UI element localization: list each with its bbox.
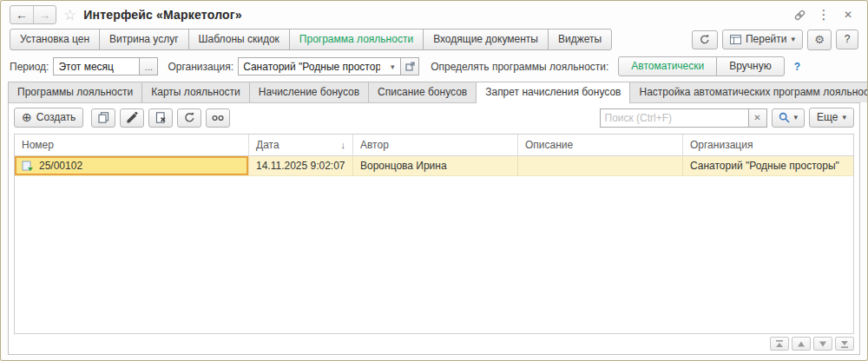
cell-date[interactable]: 14.11.2025 9:02:07 [249,156,353,176]
column-header-number[interactable]: Номер [15,135,249,156]
close-icon[interactable]: ✕ [839,6,857,23]
org-dropdown-icon[interactable]: ▾ [385,58,400,75]
tab-vitrina-uslug[interactable]: Витрина услуг [99,29,188,50]
refresh-icon [184,112,195,123]
table-empty-area[interactable] [15,176,853,333]
forward-icon: → [39,8,51,22]
search-clear-button[interactable]: ✕ [748,108,767,128]
column-label: Номер [22,139,54,151]
cell-organization[interactable]: Санаторий "Родные просторы" [683,156,853,176]
organization-value: Санаторий "Родные просторы" [690,160,839,172]
period-more-button[interactable]: ... [139,57,158,75]
table-header: Номер Дата ↓ Автор Описание Организация [15,135,853,156]
goto-label: Перейти [746,33,787,45]
create-label: Создать [36,111,76,123]
page-title: Интерфейс «Маркетолог» [83,8,242,22]
goto-button[interactable]: Перейти ▾ [722,30,803,49]
filter-bar: Период: ... Организация: ▾ Определять пр… [1,53,867,82]
column-header-date[interactable]: Дата ↓ [249,135,353,156]
clear-icon: ✕ [753,113,760,122]
tab-ustanovka-cen[interactable]: Установка цен [10,29,100,50]
forward-button[interactable]: → [33,6,56,23]
copy-icon [98,112,109,123]
subtab-karty-loyalnosti[interactable]: Карты лояльности [141,82,250,102]
copy-button[interactable] [91,108,115,128]
search-box: ✕ [600,108,767,128]
tab-vhodyaschie-dokumenty[interactable]: Входящие документы [423,29,549,50]
organization-label: Организация: [168,61,233,73]
go-last-button[interactable] [835,337,854,351]
organization-control: ▾ [238,57,419,75]
sub-tab-bar: Программы лояльности Карты лояльности На… [1,82,867,102]
header-actions: Перейти ▾ ⚙ ? [692,30,858,50]
subtab-nastroyka-avtomaticheskih[interactable]: Настройка автоматических программ лояльн… [629,82,868,102]
column-header-description[interactable]: Описание [518,135,683,156]
go-prev-button[interactable] [792,337,811,351]
tab-shablony-skidok[interactable]: Шаблоны скидок [188,29,290,50]
history-nav: ← → [10,5,56,24]
column-label: Автор [360,139,389,151]
subtab-programmy-loyalnosti[interactable]: Программы лояльности [8,82,142,102]
open-in-window-icon [405,62,415,71]
go-first-button[interactable] [770,337,789,351]
pencil-icon [127,112,138,123]
column-header-author[interactable]: Автор [353,135,518,156]
app-window: ← → ☆ Интерфейс «Маркетолог» ⋮ ✕ Установ… [0,0,868,361]
favorites-star-icon[interactable]: ☆ [63,8,76,23]
go-next-button[interactable] [813,337,832,351]
loyalty-mode-label: Определять программы лояльности: [431,61,608,73]
chevron-down-icon: ▾ [794,113,799,121]
cell-number[interactable]: 25/00102 [15,156,249,176]
menu-dots-icon[interactable]: ⋮ [815,6,832,23]
org-open-button[interactable] [400,57,419,75]
subtab-spisanie-bonusov[interactable]: Списание бонусов [368,82,477,102]
subtab-zapret-nachisleniya[interactable]: Запрет начисления бонусов [476,82,630,103]
documents-table: Номер Дата ↓ Автор Описание Организация … [14,134,854,334]
chevron-down-icon: ▾ [791,35,795,43]
author-value: Воронцова Ирина [360,160,447,172]
number-value: 25/00102 [39,160,82,172]
cell-author[interactable]: Воронцова Ирина [353,156,518,176]
loyalty-help-icon[interactable]: ? [794,61,800,73]
link-icon[interactable] [791,6,808,23]
search-settings-button[interactable]: ▾ [772,108,806,128]
column-label: Описание [525,139,573,151]
loyalty-mode-toggle: Автоматически Вручную [618,56,784,76]
loyalty-manual-button[interactable]: Вручную [716,56,784,76]
sort-desc-icon: ↓ [341,140,346,150]
set-period-button[interactable] [206,108,230,128]
back-button[interactable]: ← [10,6,33,23]
organization-input[interactable] [239,58,385,75]
cell-description[interactable] [518,156,683,176]
tab-vidzhety[interactable]: Виджеты [548,29,612,50]
column-label: Дата [256,139,279,151]
loyalty-auto-button[interactable]: Автоматически [618,56,717,76]
subtab-nachislenie-bonusov[interactable]: Начисление бонусов [249,82,369,102]
period-label: Период: [10,61,49,73]
tab-programma-loyalnosti[interactable]: Программа лояльности [289,29,424,50]
list-refresh-button[interactable] [177,108,201,128]
first-row-icon [775,340,784,348]
help-button[interactable]: ? [836,30,858,49]
settings-button[interactable]: ⚙ [807,30,832,50]
ellipsis-icon: ... [145,62,153,72]
list-toolbar: ⊕ Создать [9,103,859,131]
date-value: 14.11.2025 9:02:07 [256,160,345,172]
refresh-button[interactable] [692,30,718,49]
search-input[interactable] [600,108,749,128]
period-input[interactable] [53,57,140,75]
goto-icon [730,35,741,44]
table-row[interactable]: 25/00102 14.11.2025 9:02:07 Воронцова Ир… [15,156,853,176]
more-button[interactable]: Еще ▾ [809,108,854,128]
create-button[interactable]: ⊕ Создать [14,108,83,128]
magnifier-icon [779,112,790,123]
edit-button[interactable] [120,108,144,128]
back-icon: ← [16,8,28,22]
document-x-icon [155,112,167,123]
interval-icon [212,115,224,121]
search-area: ✕ ▾ Еще ▾ [600,108,854,128]
more-label: Еще [817,111,838,123]
column-header-organization[interactable]: Организация [683,135,853,156]
delete-mark-button[interactable] [148,108,173,128]
column-label: Организация [690,139,753,151]
